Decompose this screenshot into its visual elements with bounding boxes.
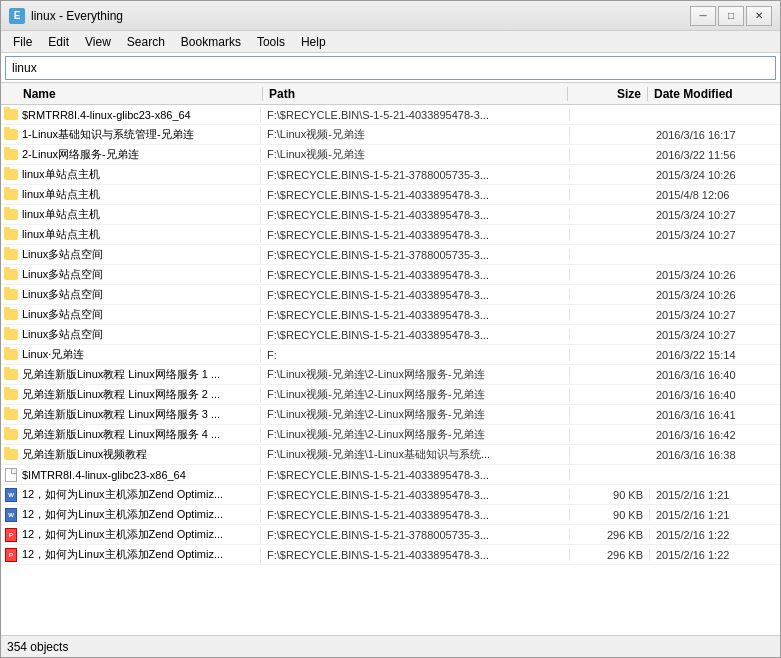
table-row[interactable]: $RMTRR8I.4-linux-glibc23-x86_64 F:\$RECY… — [1, 105, 780, 125]
cell-size: 90 KB — [570, 489, 650, 501]
window-title: linux - Everything — [31, 9, 690, 23]
col-header-size[interactable]: Size — [568, 87, 648, 101]
menu-item-edit[interactable]: Edit — [40, 33, 77, 51]
col-header-path[interactable]: Path — [263, 87, 568, 101]
cell-date: 2015/3/24 10:27 — [650, 309, 780, 321]
cell-date: 2015/3/24 10:27 — [650, 329, 780, 341]
menu-item-search[interactable]: Search — [119, 33, 173, 51]
table-row[interactable]: 1-Linux基础知识与系统管理-兄弟连 F:\Linux视频-兄弟连 2016… — [1, 125, 780, 145]
folder-icon — [4, 189, 18, 200]
table-row[interactable]: 兄弟连新版Linux视频教程 F:\Linux视频-兄弟连\1-Linux基础知… — [1, 445, 780, 465]
file-type-icon — [3, 147, 19, 163]
cell-date: 2015/2/16 1:22 — [650, 529, 780, 541]
file-type-icon — [3, 427, 19, 443]
table-row[interactable]: Linux多站点空间 F:\$RECYCLE.BIN\S-1-5-21-3788… — [1, 245, 780, 265]
cell-date: 2015/2/16 1:21 — [650, 489, 780, 501]
menu-item-view[interactable]: View — [77, 33, 119, 51]
table-row[interactable]: 兄弟连新版Linux教程 Linux网络服务 1 ... F:\Linux视频-… — [1, 365, 780, 385]
table-row[interactable]: P 12，如何为Linux主机添加Zend Optimiz... F:\$REC… — [1, 525, 780, 545]
table-row[interactable]: 兄弟连新版Linux教程 Linux网络服务 3 ... F:\Linux视频-… — [1, 405, 780, 425]
cell-path: F:\$RECYCLE.BIN\S-1-5-21-3788005735-3... — [261, 169, 570, 181]
cell-name: P 12，如何为Linux主机添加Zend Optimiz... — [1, 547, 261, 563]
cell-path: F:\$RECYCLE.BIN\S-1-5-21-4033895478-3... — [261, 209, 570, 221]
menu-item-tools[interactable]: Tools — [249, 33, 293, 51]
cell-size: 296 KB — [570, 549, 650, 561]
table-row[interactable]: Linux多站点空间 F:\$RECYCLE.BIN\S-1-5-21-4033… — [1, 325, 780, 345]
file-list[interactable]: $RMTRR8I.4-linux-glibc23-x86_64 F:\$RECY… — [1, 105, 780, 635]
cell-date: 2016/3/16 16:38 — [650, 449, 780, 461]
file-type-icon: P — [3, 527, 19, 543]
cell-name: 兄弟连新版Linux教程 Linux网络服务 2 ... — [1, 387, 261, 403]
table-row[interactable]: P 12，如何为Linux主机添加Zend Optimiz... F:\$REC… — [1, 545, 780, 565]
file-type-icon — [3, 267, 19, 283]
filename: Linux多站点空间 — [22, 307, 103, 322]
col-header-name[interactable]: Name — [3, 87, 263, 101]
cell-date: 2016/3/16 16:42 — [650, 429, 780, 441]
cell-path: F:\$RECYCLE.BIN\S-1-5-21-4033895478-3... — [261, 229, 570, 241]
doc-icon: W — [5, 508, 17, 522]
col-header-date[interactable]: Date Modified — [648, 87, 778, 101]
table-row[interactable]: W 12，如何为Linux主机添加Zend Optimiz... F:\$REC… — [1, 485, 780, 505]
file-type-icon — [3, 407, 19, 423]
table-row[interactable]: linux单站点主机 F:\$RECYCLE.BIN\S-1-5-21-4033… — [1, 225, 780, 245]
menu-item-file[interactable]: File — [5, 33, 40, 51]
table-row[interactable]: Linux·兄弟连 F: 2016/3/22 15:14 — [1, 345, 780, 365]
filename: linux单站点主机 — [22, 207, 100, 222]
filename: Linux·兄弟连 — [22, 347, 84, 362]
folder-icon — [4, 129, 18, 140]
file-type-icon — [3, 347, 19, 363]
table-row[interactable]: 兄弟连新版Linux教程 Linux网络服务 2 ... F:\Linux视频-… — [1, 385, 780, 405]
cell-path: F:\Linux视频-兄弟连\2-Linux网络服务-兄弟连 — [261, 427, 570, 442]
table-row[interactable]: Linux多站点空间 F:\$RECYCLE.BIN\S-1-5-21-4033… — [1, 305, 780, 325]
cell-path: F:\$RECYCLE.BIN\S-1-5-21-4033895478-3... — [261, 469, 570, 481]
folder-icon — [4, 309, 18, 320]
table-row[interactable]: 兄弟连新版Linux教程 Linux网络服务 4 ... F:\Linux视频-… — [1, 425, 780, 445]
table-row[interactable]: linux单站点主机 F:\$RECYCLE.BIN\S-1-5-21-4033… — [1, 185, 780, 205]
maximize-button[interactable]: □ — [718, 6, 744, 26]
cell-name: Linux多站点空间 — [1, 287, 261, 303]
table-row[interactable]: 2-Linux网络服务-兄弟连 F:\Linux视频-兄弟连 2016/3/22… — [1, 145, 780, 165]
folder-icon — [4, 449, 18, 460]
cell-name: 兄弟连新版Linux教程 Linux网络服务 4 ... — [1, 427, 261, 443]
pdf-icon: P — [5, 548, 17, 562]
file-type-icon — [3, 287, 19, 303]
cell-name: Linux多站点空间 — [1, 307, 261, 323]
table-row[interactable]: Linux多站点空间 F:\$RECYCLE.BIN\S-1-5-21-4033… — [1, 265, 780, 285]
file-icon — [5, 468, 17, 482]
folder-icon — [4, 149, 18, 160]
filename: 1-Linux基础知识与系统管理-兄弟连 — [22, 127, 194, 142]
cell-date: 2016/3/16 16:40 — [650, 369, 780, 381]
cell-name: 兄弟连新版Linux教程 Linux网络服务 3 ... — [1, 407, 261, 423]
doc-icon: W — [5, 488, 17, 502]
table-row[interactable]: W 12，如何为Linux主机添加Zend Optimiz... F:\$REC… — [1, 505, 780, 525]
file-type-icon — [3, 447, 19, 463]
file-type-icon — [3, 127, 19, 143]
cell-name: $IMTRR8I.4-linux-glibc23-x86_64 — [1, 467, 261, 483]
filename: 12，如何为Linux主机添加Zend Optimiz... — [22, 487, 223, 502]
table-row[interactable]: linux单站点主机 F:\$RECYCLE.BIN\S-1-5-21-4033… — [1, 205, 780, 225]
close-button[interactable]: ✕ — [746, 6, 772, 26]
filename: linux单站点主机 — [22, 187, 100, 202]
table-row[interactable]: $IMTRR8I.4-linux-glibc23-x86_64 F:\$RECY… — [1, 465, 780, 485]
file-type-icon — [3, 387, 19, 403]
cell-date: 2016/3/22 11:56 — [650, 149, 780, 161]
cell-date: 2015/3/24 10:27 — [650, 209, 780, 221]
cell-path: F:\Linux视频-兄弟连\2-Linux网络服务-兄弟连 — [261, 367, 570, 382]
folder-icon — [4, 329, 18, 340]
menu-item-help[interactable]: Help — [293, 33, 334, 51]
cell-name: linux单站点主机 — [1, 167, 261, 183]
cell-path: F:\Linux视频-兄弟连 — [261, 147, 570, 162]
file-type-icon: W — [3, 507, 19, 523]
cell-name: linux单站点主机 — [1, 207, 261, 223]
filename: Linux多站点空间 — [22, 267, 103, 282]
menu-item-bookmarks[interactable]: Bookmarks — [173, 33, 249, 51]
table-row[interactable]: linux单站点主机 F:\$RECYCLE.BIN\S-1-5-21-3788… — [1, 165, 780, 185]
file-type-icon — [3, 167, 19, 183]
cell-path: F:\$RECYCLE.BIN\S-1-5-21-4033895478-3... — [261, 549, 570, 561]
cell-date: 2015/2/16 1:21 — [650, 509, 780, 521]
search-input[interactable] — [5, 56, 776, 80]
filename: 2-Linux网络服务-兄弟连 — [22, 147, 139, 162]
table-row[interactable]: Linux多站点空间 F:\$RECYCLE.BIN\S-1-5-21-4033… — [1, 285, 780, 305]
folder-icon — [4, 209, 18, 220]
minimize-button[interactable]: ─ — [690, 6, 716, 26]
